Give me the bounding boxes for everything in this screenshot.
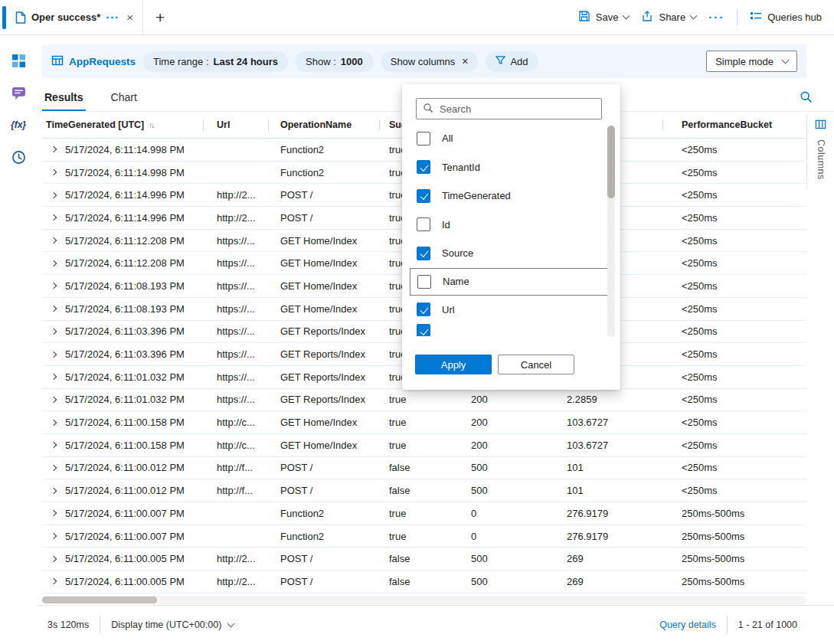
column-checkbox[interactable] — [417, 324, 430, 336]
top-toolbar: Save Share ··· Queries hub — [578, 9, 834, 26]
mode-select[interactable]: Simple mode — [706, 51, 797, 72]
row-expand-chevron-icon[interactable] — [51, 465, 57, 471]
save-button[interactable]: Save — [578, 10, 630, 25]
columns-panel-tab[interactable]: Columns — [806, 115, 834, 189]
table-row[interactable]: 5/17/2024, 6:11:00.012 PM http://f... PO… — [42, 479, 806, 502]
row-expand-chevron-icon[interactable] — [51, 442, 57, 448]
time-range-pill[interactable]: Time range : Last 24 hours — [143, 51, 288, 72]
cell-duration: 276.9179 — [548, 508, 662, 519]
toolbar-divider — [737, 9, 738, 26]
left-icon-rail: {fx} — [0, 35, 37, 644]
row-expand-chevron-icon[interactable] — [51, 146, 57, 152]
cell-success: false — [379, 553, 460, 564]
row-expand-chevron-icon[interactable] — [51, 510, 57, 516]
tables-pane-icon[interactable] — [10, 52, 27, 69]
row-expand-chevron-icon[interactable] — [51, 555, 57, 561]
tab-results[interactable]: Results — [42, 84, 86, 111]
new-tab-button[interactable]: + — [155, 9, 165, 25]
row-expand-chevron-icon[interactable] — [51, 283, 57, 289]
tab-close-icon[interactable]: × — [125, 11, 135, 23]
column-list-item[interactable] — [402, 324, 620, 336]
row-expand-chevron-icon[interactable] — [51, 578, 57, 584]
row-expand-chevron-icon[interactable] — [51, 397, 57, 403]
cell-performance-bucket: <250ms — [662, 303, 806, 315]
horizontal-scrollbar-thumb[interactable] — [42, 597, 157, 603]
queries-pane-icon[interactable] — [10, 84, 27, 101]
cell-time-generated: 5/17/2024, 6:11:03.396 PM — [65, 325, 203, 337]
row-expand-chevron-icon[interactable] — [51, 419, 57, 425]
row-expand-chevron-icon[interactable] — [51, 214, 57, 221]
column-list-item[interactable]: Source — [402, 239, 620, 268]
display-time-select[interactable]: Display time (UTC+00:00) — [111, 619, 234, 630]
row-expand-chevron-icon[interactable] — [51, 329, 57, 335]
column-checkbox[interactable] — [417, 189, 430, 203]
sort-icon[interactable]: ↑↓ — [149, 121, 153, 129]
row-expand-chevron-icon[interactable] — [51, 351, 57, 357]
column-header-url[interactable]: Url — [203, 112, 268, 138]
add-filter-pill[interactable]: Add — [486, 51, 538, 72]
dropdown-scrollbar[interactable] — [607, 126, 615, 337]
column-checkbox[interactable] — [417, 132, 430, 145]
column-checkbox[interactable] — [417, 247, 430, 260]
row-expand-chevron-icon[interactable] — [51, 237, 57, 244]
more-commands-icon[interactable]: ··· — [708, 11, 724, 24]
table-selector[interactable]: AppRequests — [51, 54, 136, 69]
column-checkbox[interactable] — [417, 302, 430, 316]
column-list-item[interactable]: TimeGenerated — [402, 181, 620, 211]
table-row[interactable]: 5/17/2024, 6:11:01.032 PM https://... GE… — [42, 389, 806, 412]
row-expand-chevron-icon[interactable] — [51, 487, 57, 493]
column-item-label: Name — [443, 276, 469, 287]
table-row[interactable]: 5/17/2024, 6:11:00.158 PM http://c... GE… — [42, 411, 806, 434]
table-row[interactable]: 5/17/2024, 6:11:00.005 PM http://2... PO… — [42, 548, 806, 570]
column-checkbox[interactable] — [417, 160, 430, 174]
table-row[interactable]: 5/17/2024, 6:11:00.007 PM Function2 true… — [42, 525, 806, 548]
column-item-label: Url — [442, 304, 455, 315]
table-row[interactable]: 5/17/2024, 6:11:00.158 PM http://c... GE… — [42, 434, 806, 457]
query-tab[interactable]: Oper success* ··· × — [6, 0, 143, 34]
column-list-item[interactable]: All — [402, 124, 620, 153]
dismiss-icon[interactable]: × — [462, 56, 468, 67]
column-header-operation-name[interactable]: OperationName — [268, 112, 379, 138]
column-list-item[interactable]: Id — [402, 211, 620, 240]
column-list-item[interactable]: Name — [410, 268, 610, 296]
app-requests-table-icon — [51, 54, 64, 69]
table-row[interactable]: 5/17/2024, 6:11:00.012 PM http://f... PO… — [42, 457, 806, 480]
column-list-item[interactable]: TenantId — [402, 153, 620, 182]
row-expand-chevron-icon[interactable] — [51, 169, 57, 175]
column-search-input[interactable] — [440, 103, 595, 115]
functions-pane-icon[interactable]: {fx} — [10, 116, 27, 133]
column-search-box[interactable] — [416, 98, 602, 119]
query-history-icon[interactable] — [10, 149, 27, 165]
column-checkbox[interactable] — [417, 275, 431, 289]
cell-time-generated: 5/17/2024, 6:11:08.193 PM — [65, 303, 203, 315]
tab-chart[interactable]: Chart — [109, 84, 139, 111]
table-row[interactable]: 5/17/2024, 6:11:00.007 PM Function2 true… — [42, 502, 806, 525]
show-columns-pill[interactable]: Show columns × — [381, 51, 479, 72]
cell-time-generated: 5/17/2024, 6:11:14.998 PM — [65, 144, 203, 155]
cell-time-generated: 5/17/2024, 6:11:01.032 PM — [65, 394, 203, 405]
horizontal-scrollbar[interactable] — [42, 596, 806, 604]
table-row[interactable]: 5/17/2024, 6:11:00.005 PM http://2... PO… — [42, 570, 806, 593]
queries-hub-button[interactable]: Queries hub — [750, 10, 822, 25]
column-header-time-generated[interactable]: TimeGenerated [UTC] ↑↓ — [42, 112, 203, 138]
row-expand-chevron-icon[interactable] — [51, 306, 57, 312]
column-list-item[interactable]: Url — [402, 296, 620, 325]
column-checkbox[interactable] — [417, 217, 430, 231]
tab-more-icon[interactable]: ··· — [106, 11, 119, 23]
cell-performance-bucket: <250ms — [662, 325, 806, 337]
dropdown-scrollbar-thumb[interactable] — [607, 126, 615, 198]
column-header-performance-bucket[interactable]: PerformanceBucket — [662, 112, 806, 138]
row-expand-chevron-icon[interactable] — [51, 533, 57, 539]
row-expand-chevron-icon[interactable] — [51, 260, 57, 266]
cell-performance-bucket: <250ms — [662, 280, 806, 292]
show-limit-pill[interactable]: Show : 1000 — [296, 51, 373, 72]
top-tab-bar: Oper success* ··· × + Save Share ··· Que… — [0, 0, 834, 35]
row-expand-chevron-icon[interactable] — [51, 374, 57, 380]
share-button[interactable]: Share — [641, 10, 696, 25]
query-details-link[interactable]: Query details — [659, 619, 716, 630]
cell-url: https://... — [203, 348, 268, 360]
cancel-button[interactable]: Cancel — [498, 355, 574, 374]
row-expand-chevron-icon[interactable] — [51, 191, 57, 198]
search-icon[interactable] — [800, 90, 813, 103]
apply-button[interactable]: Apply — [415, 355, 492, 374]
